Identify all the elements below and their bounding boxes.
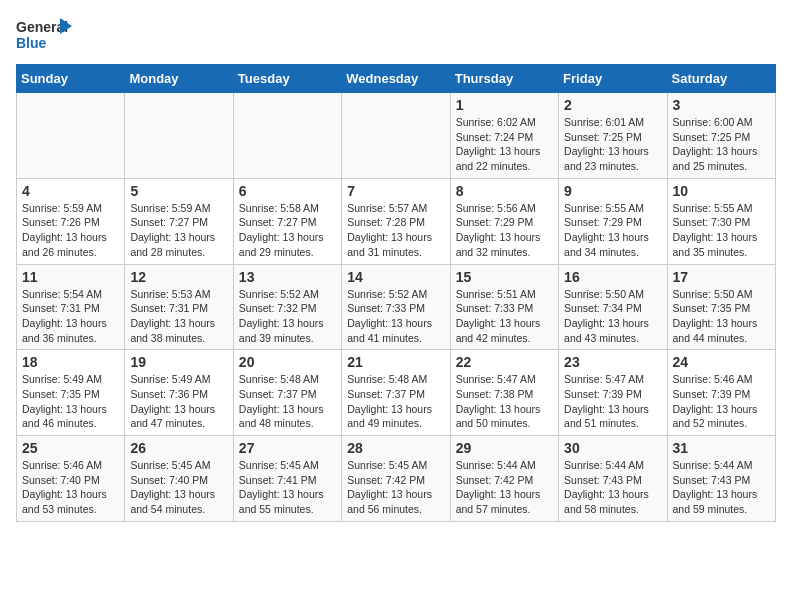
day-number: 1 xyxy=(456,97,553,113)
day-info: Sunrise: 5:44 AM Sunset: 7:42 PM Dayligh… xyxy=(456,458,553,517)
day-number: 13 xyxy=(239,269,336,285)
calendar-cell: 13Sunrise: 5:52 AM Sunset: 7:32 PM Dayli… xyxy=(233,264,341,350)
day-info: Sunrise: 5:55 AM Sunset: 7:30 PM Dayligh… xyxy=(673,201,770,260)
day-number: 29 xyxy=(456,440,553,456)
day-number: 26 xyxy=(130,440,227,456)
calendar-cell: 21Sunrise: 5:48 AM Sunset: 7:37 PM Dayli… xyxy=(342,350,450,436)
calendar-cell xyxy=(125,93,233,179)
day-number: 23 xyxy=(564,354,661,370)
calendar-cell: 11Sunrise: 5:54 AM Sunset: 7:31 PM Dayli… xyxy=(17,264,125,350)
day-number: 31 xyxy=(673,440,770,456)
day-info: Sunrise: 5:50 AM Sunset: 7:34 PM Dayligh… xyxy=(564,287,661,346)
calendar-cell: 26Sunrise: 5:45 AM Sunset: 7:40 PM Dayli… xyxy=(125,436,233,522)
day-number: 3 xyxy=(673,97,770,113)
calendar-cell: 10Sunrise: 5:55 AM Sunset: 7:30 PM Dayli… xyxy=(667,178,775,264)
calendar-cell: 9Sunrise: 5:55 AM Sunset: 7:29 PM Daylig… xyxy=(559,178,667,264)
day-info: Sunrise: 5:47 AM Sunset: 7:38 PM Dayligh… xyxy=(456,372,553,431)
day-number: 19 xyxy=(130,354,227,370)
calendar-cell: 14Sunrise: 5:52 AM Sunset: 7:33 PM Dayli… xyxy=(342,264,450,350)
day-number: 2 xyxy=(564,97,661,113)
calendar-cell: 16Sunrise: 5:50 AM Sunset: 7:34 PM Dayli… xyxy=(559,264,667,350)
weekday-header-saturday: Saturday xyxy=(667,65,775,93)
calendar-cell: 5Sunrise: 5:59 AM Sunset: 7:27 PM Daylig… xyxy=(125,178,233,264)
day-number: 17 xyxy=(673,269,770,285)
day-number: 4 xyxy=(22,183,119,199)
day-info: Sunrise: 5:53 AM Sunset: 7:31 PM Dayligh… xyxy=(130,287,227,346)
logo-svg: GeneralBlue xyxy=(16,16,76,54)
day-info: Sunrise: 5:55 AM Sunset: 7:29 PM Dayligh… xyxy=(564,201,661,260)
day-info: Sunrise: 5:48 AM Sunset: 7:37 PM Dayligh… xyxy=(239,372,336,431)
calendar-week-3: 11Sunrise: 5:54 AM Sunset: 7:31 PM Dayli… xyxy=(17,264,776,350)
day-info: Sunrise: 6:00 AM Sunset: 7:25 PM Dayligh… xyxy=(673,115,770,174)
calendar-cell xyxy=(17,93,125,179)
page-header: GeneralBlue xyxy=(16,16,776,54)
calendar-cell: 24Sunrise: 5:46 AM Sunset: 7:39 PM Dayli… xyxy=(667,350,775,436)
calendar-cell: 25Sunrise: 5:46 AM Sunset: 7:40 PM Dayli… xyxy=(17,436,125,522)
day-number: 21 xyxy=(347,354,444,370)
calendar-cell: 30Sunrise: 5:44 AM Sunset: 7:43 PM Dayli… xyxy=(559,436,667,522)
day-number: 20 xyxy=(239,354,336,370)
calendar-cell: 19Sunrise: 5:49 AM Sunset: 7:36 PM Dayli… xyxy=(125,350,233,436)
day-number: 16 xyxy=(564,269,661,285)
calendar-cell: 17Sunrise: 5:50 AM Sunset: 7:35 PM Dayli… xyxy=(667,264,775,350)
weekday-header-thursday: Thursday xyxy=(450,65,558,93)
calendar-cell: 2Sunrise: 6:01 AM Sunset: 7:25 PM Daylig… xyxy=(559,93,667,179)
day-number: 24 xyxy=(673,354,770,370)
weekday-header-row: SundayMondayTuesdayWednesdayThursdayFrid… xyxy=(17,65,776,93)
day-number: 22 xyxy=(456,354,553,370)
calendar-week-1: 1Sunrise: 6:02 AM Sunset: 7:24 PM Daylig… xyxy=(17,93,776,179)
day-info: Sunrise: 5:44 AM Sunset: 7:43 PM Dayligh… xyxy=(564,458,661,517)
calendar-cell: 18Sunrise: 5:49 AM Sunset: 7:35 PM Dayli… xyxy=(17,350,125,436)
day-info: Sunrise: 5:52 AM Sunset: 7:33 PM Dayligh… xyxy=(347,287,444,346)
calendar-cell: 6Sunrise: 5:58 AM Sunset: 7:27 PM Daylig… xyxy=(233,178,341,264)
calendar-cell: 12Sunrise: 5:53 AM Sunset: 7:31 PM Dayli… xyxy=(125,264,233,350)
day-info: Sunrise: 5:59 AM Sunset: 7:26 PM Dayligh… xyxy=(22,201,119,260)
svg-text:Blue: Blue xyxy=(16,35,47,51)
day-number: 28 xyxy=(347,440,444,456)
calendar-cell: 22Sunrise: 5:47 AM Sunset: 7:38 PM Dayli… xyxy=(450,350,558,436)
calendar-cell xyxy=(233,93,341,179)
calendar-cell: 27Sunrise: 5:45 AM Sunset: 7:41 PM Dayli… xyxy=(233,436,341,522)
day-info: Sunrise: 5:47 AM Sunset: 7:39 PM Dayligh… xyxy=(564,372,661,431)
day-info: Sunrise: 5:45 AM Sunset: 7:42 PM Dayligh… xyxy=(347,458,444,517)
day-number: 11 xyxy=(22,269,119,285)
day-info: Sunrise: 5:48 AM Sunset: 7:37 PM Dayligh… xyxy=(347,372,444,431)
day-info: Sunrise: 5:59 AM Sunset: 7:27 PM Dayligh… xyxy=(130,201,227,260)
day-number: 5 xyxy=(130,183,227,199)
day-info: Sunrise: 5:44 AM Sunset: 7:43 PM Dayligh… xyxy=(673,458,770,517)
calendar-cell xyxy=(342,93,450,179)
calendar-cell: 31Sunrise: 5:44 AM Sunset: 7:43 PM Dayli… xyxy=(667,436,775,522)
calendar-week-5: 25Sunrise: 5:46 AM Sunset: 7:40 PM Dayli… xyxy=(17,436,776,522)
calendar-cell: 20Sunrise: 5:48 AM Sunset: 7:37 PM Dayli… xyxy=(233,350,341,436)
day-info: Sunrise: 5:46 AM Sunset: 7:39 PM Dayligh… xyxy=(673,372,770,431)
day-number: 14 xyxy=(347,269,444,285)
day-info: Sunrise: 5:49 AM Sunset: 7:35 PM Dayligh… xyxy=(22,372,119,431)
weekday-header-sunday: Sunday xyxy=(17,65,125,93)
day-info: Sunrise: 5:45 AM Sunset: 7:40 PM Dayligh… xyxy=(130,458,227,517)
calendar-cell: 28Sunrise: 5:45 AM Sunset: 7:42 PM Dayli… xyxy=(342,436,450,522)
logo: GeneralBlue xyxy=(16,16,76,54)
calendar-cell: 7Sunrise: 5:57 AM Sunset: 7:28 PM Daylig… xyxy=(342,178,450,264)
day-number: 6 xyxy=(239,183,336,199)
calendar-cell: 4Sunrise: 5:59 AM Sunset: 7:26 PM Daylig… xyxy=(17,178,125,264)
calendar-week-4: 18Sunrise: 5:49 AM Sunset: 7:35 PM Dayli… xyxy=(17,350,776,436)
weekday-header-monday: Monday xyxy=(125,65,233,93)
day-info: Sunrise: 5:54 AM Sunset: 7:31 PM Dayligh… xyxy=(22,287,119,346)
day-info: Sunrise: 6:01 AM Sunset: 7:25 PM Dayligh… xyxy=(564,115,661,174)
day-number: 27 xyxy=(239,440,336,456)
day-info: Sunrise: 5:49 AM Sunset: 7:36 PM Dayligh… xyxy=(130,372,227,431)
calendar-cell: 1Sunrise: 6:02 AM Sunset: 7:24 PM Daylig… xyxy=(450,93,558,179)
calendar-cell: 3Sunrise: 6:00 AM Sunset: 7:25 PM Daylig… xyxy=(667,93,775,179)
day-number: 15 xyxy=(456,269,553,285)
calendar-cell: 15Sunrise: 5:51 AM Sunset: 7:33 PM Dayli… xyxy=(450,264,558,350)
weekday-header-friday: Friday xyxy=(559,65,667,93)
day-info: Sunrise: 5:50 AM Sunset: 7:35 PM Dayligh… xyxy=(673,287,770,346)
day-number: 30 xyxy=(564,440,661,456)
calendar-cell: 23Sunrise: 5:47 AM Sunset: 7:39 PM Dayli… xyxy=(559,350,667,436)
day-number: 12 xyxy=(130,269,227,285)
day-number: 25 xyxy=(22,440,119,456)
day-info: Sunrise: 5:45 AM Sunset: 7:41 PM Dayligh… xyxy=(239,458,336,517)
day-info: Sunrise: 5:57 AM Sunset: 7:28 PM Dayligh… xyxy=(347,201,444,260)
day-number: 7 xyxy=(347,183,444,199)
calendar-week-2: 4Sunrise: 5:59 AM Sunset: 7:26 PM Daylig… xyxy=(17,178,776,264)
